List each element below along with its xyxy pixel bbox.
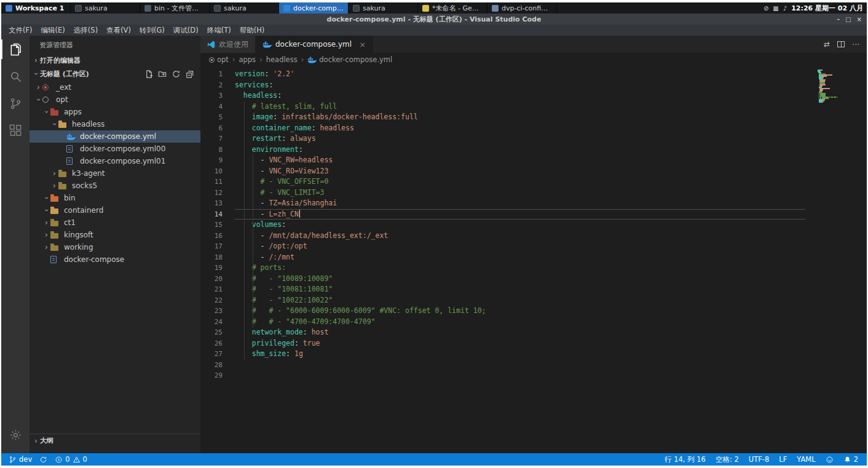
breadcrumb-item[interactable]: headless: [266, 55, 298, 64]
tree-item[interactable]: docker-compose.yml: [30, 130, 200, 143]
menu-item[interactable]: 调试(D): [169, 26, 203, 35]
tab-docker-compose[interactable]: docker-compose.yml×: [256, 36, 373, 53]
tree-item[interactable]: ›headless: [30, 118, 200, 130]
menu-item[interactable]: 终端(T): [203, 26, 235, 35]
taskbar-item[interactable]: docker-compose.y…: [279, 2, 349, 14]
menu-item[interactable]: 查看(V): [102, 26, 135, 35]
code-line[interactable]: 26 privileged: true: [200, 338, 867, 349]
breadcrumb-item[interactable]: apps: [239, 55, 256, 64]
tree-item[interactable]: ›apps: [30, 106, 200, 118]
code-line[interactable]: 28: [200, 360, 867, 371]
taskbar-item[interactable]: dvp-ci-config - [/o…: [487, 2, 557, 14]
menu-item[interactable]: 文件(F): [4, 26, 37, 35]
extensions-icon[interactable]: [1, 117, 30, 144]
minimap[interactable]: [818, 69, 856, 105]
code-line[interactable]: 2services:: [200, 80, 867, 91]
refresh-icon[interactable]: [172, 69, 181, 79]
code-line[interactable]: 27 shm_size: 1g: [200, 349, 867, 360]
gear-icon[interactable]: [1, 421, 30, 448]
tree-item[interactable]: ›bin: [30, 192, 200, 204]
code-line[interactable]: 5 image: infrastlabs/docker-headless:ful…: [200, 112, 867, 123]
tree-item[interactable]: ›ct1: [30, 216, 200, 229]
compare-changes-icon[interactable]: ⇄: [824, 40, 830, 49]
code-line[interactable]: 6 container_name: headless: [200, 123, 867, 134]
code-line[interactable]: 16 - /mnt/data/headless_ext:/_ext: [200, 231, 867, 242]
do-not-disturb-icon[interactable]: ⊘: [763, 5, 768, 12]
code-line[interactable]: 19 # ports:: [200, 263, 867, 274]
code-editor[interactable]: 1version: '2.2'2services:3 headless:4 # …: [200, 66, 867, 453]
code-line[interactable]: 9 - VNC_RW=headless: [200, 155, 867, 166]
language-mode[interactable]: YAML: [792, 455, 820, 464]
code-line[interactable]: 29: [200, 370, 867, 381]
menu-item[interactable]: 转到(G): [135, 26, 169, 35]
tree-item[interactable]: docker-compose.yml00: [30, 143, 200, 155]
sync-button[interactable]: [36, 456, 51, 464]
clock[interactable]: 12:26 星期一 02 八月: [791, 4, 863, 13]
code-line[interactable]: 1version: '2.2': [200, 69, 867, 80]
outline-header[interactable]: › 大纲: [30, 434, 200, 447]
code-line[interactable]: 24 # # - "4700-4709:4700-4709": [200, 317, 867, 328]
git-branch-indicator[interactable]: dev: [5, 455, 36, 464]
code-line[interactable]: 3 headless:: [200, 90, 867, 101]
volume-icon[interactable]: ♪: [783, 5, 787, 12]
workspace-header[interactable]: › 无标题 (工作区): [30, 67, 200, 81]
code-line[interactable]: 4 # latest, slim, full: [200, 101, 867, 113]
code-line[interactable]: 25 network_mode: host: [200, 327, 867, 338]
code-line[interactable]: 14 - L=zh_CN: [200, 209, 867, 220]
code-line[interactable]: 13 - TZ=Asia/Shanghai: [200, 198, 867, 209]
maximize-button[interactable]: □: [845, 16, 851, 23]
code-line[interactable]: 7 restart: always: [200, 133, 867, 145]
indentation-indicator[interactable]: 空格: 2: [711, 455, 744, 464]
encoding-indicator[interactable]: UTF-8: [744, 455, 775, 464]
menu-item[interactable]: 选择(S): [69, 26, 102, 35]
code-line[interactable]: 8 environment:: [200, 145, 867, 156]
tab-welcome[interactable]: 欢迎使用: [200, 36, 256, 53]
search-icon[interactable]: [1, 63, 30, 90]
code-line[interactable]: 12 # - VNC_LIMIT=3: [200, 188, 867, 199]
new-file-icon[interactable]: [144, 69, 154, 79]
tree-item[interactable]: docker-compose: [30, 253, 200, 266]
code-line[interactable]: 15 volumes:: [200, 220, 867, 231]
eol-indicator[interactable]: LF: [774, 455, 792, 464]
taskbar-item[interactable]: bin - 文件管理器: [140, 2, 210, 14]
taskbar-item[interactable]: sakura: [349, 2, 418, 14]
code-line[interactable]: 18 - /:/mnt: [200, 252, 867, 263]
new-folder-icon[interactable]: [158, 69, 167, 79]
tree-item[interactable]: ›socks5: [30, 180, 200, 192]
tree-item[interactable]: ›opt: [30, 93, 200, 106]
breadcrumb-item[interactable]: opt: [217, 55, 229, 64]
feedback-smiley-icon[interactable]: [821, 456, 838, 464]
taskbar-item[interactable]: Workspace 1: [1, 2, 71, 14]
tree-item[interactable]: ›k3-agent: [30, 167, 200, 180]
close-button[interactable]: ×: [857, 16, 862, 23]
calendar-icon[interactable]: ▦: [773, 5, 778, 12]
problems-indicator[interactable]: 0 0: [51, 455, 91, 464]
menu-item[interactable]: 编辑(E): [37, 26, 69, 35]
explorer-icon[interactable]: [1, 36, 30, 63]
collapse-all-icon[interactable]: [185, 69, 194, 79]
menu-item[interactable]: 帮助(H): [235, 26, 269, 35]
tree-item[interactable]: docker-compose.yml01: [30, 155, 200, 167]
cursor-position[interactable]: 行 14, 列 16: [660, 455, 711, 464]
notifications-bell[interactable]: 2: [838, 455, 863, 464]
taskbar-item[interactable]: sakura: [210, 2, 279, 14]
tree-item[interactable]: ›working: [30, 241, 200, 253]
breadcrumb-item[interactable]: docker-compose.yml: [319, 55, 392, 64]
taskbar-item[interactable]: sakura: [71, 2, 140, 14]
split-editor-icon[interactable]: [837, 41, 845, 47]
tree-item[interactable]: ›_ext: [30, 81, 200, 93]
taskbar-item[interactable]: *未命名 - Geany: [418, 2, 487, 14]
minimize-button[interactable]: –: [837, 16, 840, 23]
source-control-icon[interactable]: [1, 90, 30, 117]
close-tab-icon[interactable]: ×: [359, 40, 366, 49]
code-line[interactable]: 22 # - "10022:10022": [200, 295, 867, 306]
code-line[interactable]: 10 - VNC_RO=View123: [200, 166, 867, 177]
tree-item[interactable]: ›kingsoft: [30, 229, 200, 241]
code-line[interactable]: 23 # # - "6000-6009:6000-6009" #VNC: off…: [200, 306, 867, 317]
more-actions-icon[interactable]: ⋯: [852, 40, 859, 49]
code-line[interactable]: 11 # - VNC_OFFSET=0: [200, 176, 867, 188]
titlebar[interactable]: docker-compose.yml - 无标题 (工作区) - Visual …: [1, 14, 867, 25]
code-line[interactable]: 17 - /opt:/opt: [200, 241, 867, 252]
open-editors-header[interactable]: › 打开的编辑器: [30, 54, 200, 67]
tree-item[interactable]: ›containerd: [30, 204, 200, 216]
